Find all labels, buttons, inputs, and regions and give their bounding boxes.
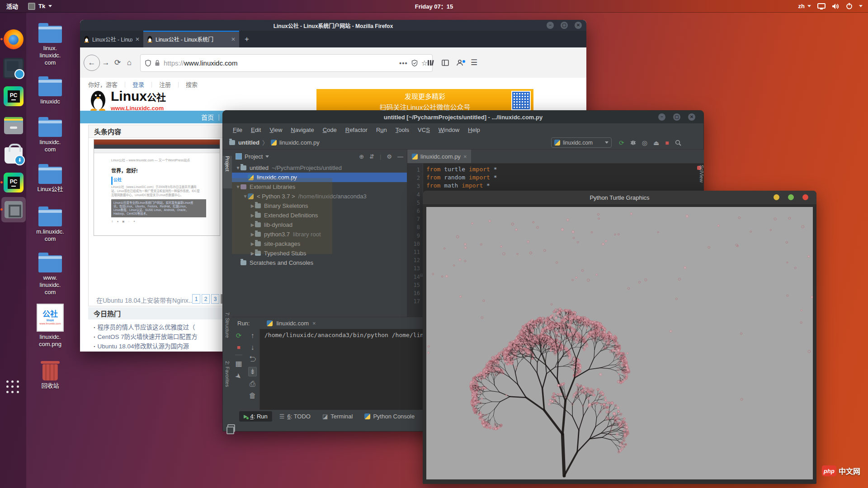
locate-file-icon[interactable]: ⊕ (359, 153, 364, 160)
editor-tab[interactable]: linuxidc.com.py × (407, 150, 471, 163)
dock-item-tk-window[interactable] (3, 199, 24, 220)
rerun-icon[interactable]: ⟳ (236, 332, 242, 340)
account-icon[interactable] (456, 59, 463, 66)
menu-item-edit[interactable]: Edit (251, 127, 261, 133)
close-button[interactable] (802, 194, 808, 200)
collapse-all-icon[interactable]: ⇵ (369, 153, 374, 160)
library-icon[interactable] (427, 59, 434, 66)
show-applications-button[interactable] (6, 380, 20, 394)
desktop-icon[interactable]: 回收站 (30, 361, 71, 389)
desktop-icon[interactable]: linuxidc (30, 76, 71, 105)
article-screenshot[interactable]: Linux公社 – www.linuxidc.com — 又一个WordPres… (94, 139, 220, 236)
bottom-tab-python-console[interactable]: Python Console (360, 411, 419, 422)
tree-row[interactable]: ▶python3.7library root (232, 230, 407, 239)
desktop-icon[interactable]: Linux公社 (30, 164, 71, 193)
bottom-tab-6-todo[interactable]: ☰6: TODO (275, 411, 315, 422)
register-link[interactable]: 注册 (159, 80, 171, 89)
browser-tab-active[interactable]: Linux公社 - Linux系统门 ✕ (143, 31, 239, 47)
page-number-button[interactable]: 2 (202, 294, 210, 304)
tree-row[interactable]: linuxidc.com.py (232, 173, 407, 182)
breadcrumb-project[interactable]: untitled (238, 139, 259, 146)
tree-arrow-icon[interactable]: ▶ (250, 241, 255, 246)
tool-tab-favorites[interactable]: 2: Favorites (223, 361, 232, 404)
dock-item-pycharm-2[interactable]: PC (3, 172, 24, 193)
login-link[interactable]: 登录 (132, 80, 144, 89)
url-bar[interactable]: https://www.linuxidc.com ••• ☆ (140, 54, 433, 72)
tree-arrow-icon[interactable]: ▶ (250, 222, 255, 227)
gear-icon[interactable]: ⚙ (387, 153, 392, 160)
shield-icon[interactable] (145, 60, 151, 66)
menu-item-help[interactable]: Help (468, 127, 480, 133)
tool-tab-structure[interactable]: 7: Structure (223, 312, 232, 355)
maximize-button[interactable] (788, 194, 794, 200)
minimize-button[interactable] (774, 194, 779, 200)
tree-arrow-icon[interactable]: ▼ (236, 165, 241, 170)
stop-icon[interactable]: ■ (665, 139, 669, 146)
reload-button[interactable]: ⟳ (112, 58, 123, 67)
run-tab-title[interactable]: linuxidc.com (276, 320, 309, 327)
tree-row[interactable]: ▶Extended Definitions (232, 211, 407, 220)
desktop-icon[interactable]: www. linuxidc. com (30, 252, 71, 296)
wechat-banner[interactable]: 发现更多精彩 扫码关注Linux公社微信公众号 (316, 89, 533, 110)
hide-panel-icon[interactable]: — (397, 153, 403, 160)
menu-item-view[interactable]: View (269, 127, 282, 133)
project-panel-title[interactable]: Project (245, 153, 263, 160)
desktop-icon[interactable]: linuxidc. com (30, 117, 71, 153)
minimize-button[interactable]: – (658, 113, 665, 121)
editor-tab-close-icon[interactable]: × (463, 153, 467, 160)
menu-icon[interactable]: ☰ (471, 58, 477, 67)
menu-item-window[interactable]: Window (439, 127, 459, 133)
menu-item-file[interactable]: File (233, 127, 242, 133)
dock-item-software-store[interactable] (3, 144, 24, 164)
save-to-pocket-icon[interactable] (411, 60, 418, 66)
article-caption[interactable]: 在Ubuntu 18.04上安装带有Nginx... (96, 296, 194, 305)
down-stack-icon[interactable]: ↓ (251, 343, 255, 352)
dock-item-screenshot-tool[interactable] (3, 58, 24, 79)
chevron-down-icon[interactable] (265, 155, 269, 158)
power-icon[interactable] (846, 3, 853, 9)
bottom-tab-4-run[interactable]: ▶4: Run (239, 411, 272, 422)
tab-close-icon[interactable]: ✕ (231, 36, 236, 42)
tree-row[interactable]: ▼untitled~/PycharmProjects/untitled (232, 163, 407, 173)
tree-arrow-icon[interactable]: ▼ (243, 194, 248, 199)
tree-row[interactable]: ▶lib-dynload (232, 220, 407, 230)
tool-windows-corner-icon[interactable] (227, 424, 235, 432)
site-logo[interactable]: Linux公社 www.Linuxidc.com (88, 89, 166, 112)
breadcrumb-file[interactable]: linuxidc.com.py (279, 139, 320, 146)
sidebar-icon[interactable] (442, 60, 449, 66)
browser-tab[interactable]: Linux公社 - Linux系统门 ✕ (80, 31, 143, 47)
bottom-tab-terminal[interactable]: ◪Terminal (318, 411, 357, 422)
search-everywhere-icon[interactable] (675, 140, 681, 146)
volume-icon[interactable] (832, 3, 840, 9)
profiler-icon[interactable]: ⏏ (653, 139, 659, 146)
forward-button[interactable]: → (100, 58, 112, 67)
menu-item-run[interactable]: Run (376, 127, 387, 133)
search-link[interactable]: 搜索 (186, 80, 198, 89)
back-button[interactable]: ← (84, 55, 100, 71)
soft-wrap-icon[interactable]: ⮌ (249, 355, 256, 363)
tree-arrow-icon[interactable]: ▶ (250, 203, 255, 208)
stop-icon[interactable]: ■ (237, 344, 241, 351)
tool-tab-project[interactable]: Project (223, 156, 232, 188)
tool-tab-sciview[interactable]: SciView (695, 165, 704, 183)
tree-row[interactable]: ▼< Python 3.7 >/home/linuxidc/anaconda3 (232, 192, 407, 201)
tree-row[interactable]: ▶site-packages (232, 239, 407, 249)
turtle-titlebar[interactable]: Python Turtle Graphics (423, 191, 816, 204)
close-button[interactable]: ✕ (688, 113, 695, 121)
desktop-icon[interactable]: linux. linuxidc. com (30, 23, 71, 66)
scroll-to-end-icon[interactable]: ⇟ (248, 367, 257, 376)
tree-row[interactable]: Scratches and Consoles (232, 258, 407, 267)
run-configuration-select[interactable]: linuxidc.com (551, 137, 612, 148)
coverage-icon[interactable]: ◎ (642, 139, 647, 146)
menu-item-vcs[interactable]: VCS (418, 127, 430, 133)
display-icon[interactable] (817, 3, 826, 9)
desktop-icon[interactable]: m.linuxidc. com (30, 206, 71, 243)
maximize-button[interactable]: ▢ (561, 22, 568, 29)
tree-row[interactable]: ▼External Libraries (232, 182, 407, 192)
menu-item-tools[interactable]: Tools (396, 127, 409, 133)
bookmark-star-icon[interactable]: ☆ (421, 59, 428, 67)
new-tab-button[interactable]: + (239, 31, 255, 47)
close-button[interactable]: ✕ (575, 22, 582, 29)
clear-all-icon[interactable]: 🗑 (249, 392, 256, 400)
chevron-down-icon[interactable] (859, 5, 863, 7)
